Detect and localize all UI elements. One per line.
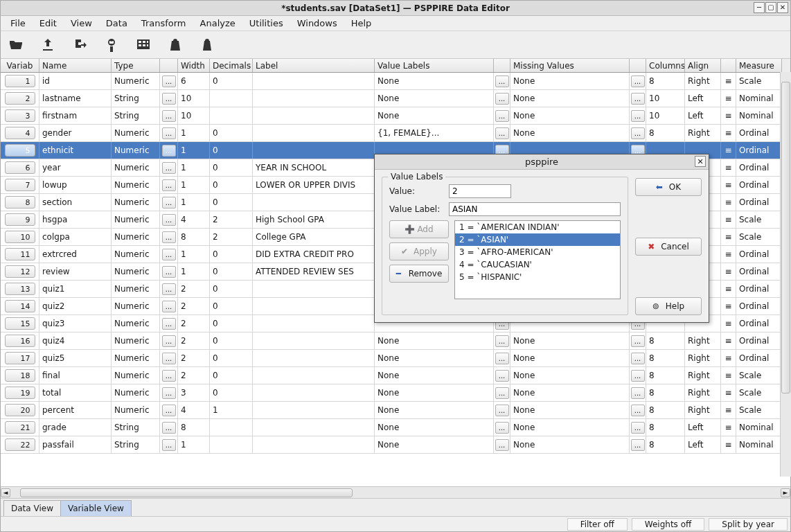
- fieldset-legend: Value Labels: [388, 172, 445, 181]
- align-dropdown-icon[interactable]: ≡: [721, 315, 736, 332]
- table-row[interactable]: 19totalNumeric...30None...None...8Right≡…: [1, 384, 790, 402]
- align-dropdown-icon[interactable]: ≡: [721, 402, 736, 418]
- status-weights: Weights off: [632, 518, 704, 531]
- menu-analyze[interactable]: Analyze: [195, 17, 241, 30]
- table-row[interactable]: 17quiz5Numeric...20None...None...8Right≡…: [1, 350, 790, 367]
- grid-icon[interactable]: [134, 35, 153, 55]
- goto-icon[interactable]: [70, 35, 89, 55]
- check-icon: ✔: [401, 247, 411, 256]
- list-item[interactable]: 5 = `HISPANIC': [455, 271, 620, 283]
- col-missing[interactable]: Missing Values: [510, 59, 630, 72]
- tab-variable-view[interactable]: Variable View: [60, 500, 132, 516]
- align-dropdown-icon[interactable]: ≡: [721, 107, 736, 124]
- menu-data[interactable]: Data: [100, 17, 133, 30]
- align-dropdown-icon[interactable]: ≡: [721, 332, 736, 349]
- align-dropdown-icon[interactable]: ≡: [721, 177, 736, 193]
- table-row[interactable]: 1idNumeric...60None...None...8Right≡Scal…: [1, 73, 790, 90]
- align-dropdown-icon[interactable]: ≡: [721, 229, 736, 245]
- split-icon[interactable]: [197, 35, 217, 55]
- dialog-title: psppire: [525, 157, 558, 167]
- table-row[interactable]: 2lastnameString...10None...None...10Left…: [1, 90, 790, 107]
- grid-header: Variab Name Type Width Decimals Label Va…: [1, 59, 790, 73]
- plus-icon: ➕: [405, 224, 414, 234]
- align-dropdown-icon[interactable]: ≡: [721, 367, 736, 384]
- ok-button[interactable]: ⬅OK: [635, 178, 702, 196]
- align-dropdown-icon[interactable]: ≡: [721, 142, 736, 159]
- cancel-button[interactable]: ✖Cancel: [635, 238, 702, 256]
- list-item[interactable]: 1 = `AMERICAN INDIAN': [455, 221, 620, 233]
- table-row[interactable]: 22passfailString...1None...None...8Left≡…: [1, 436, 790, 454]
- table-row[interactable]: 21gradeString...8None...None...8Left≡Nom…: [1, 419, 790, 436]
- close-icon[interactable]: ✕: [777, 2, 788, 13]
- align-dropdown-icon[interactable]: ≡: [721, 90, 736, 107]
- apply-button[interactable]: ✔Apply: [389, 242, 449, 260]
- table-row[interactable]: 18finalNumeric...20None...None...8Right≡…: [1, 367, 790, 384]
- col-width[interactable]: Width: [178, 59, 210, 72]
- open-icon[interactable]: [6, 35, 26, 55]
- list-item[interactable]: 2 = `ASIAN': [455, 233, 620, 246]
- col-label[interactable]: Label: [253, 59, 375, 72]
- menu-windows[interactable]: Windows: [292, 17, 343, 30]
- tab-data-view[interactable]: Data View: [3, 500, 61, 516]
- table-row[interactable]: 20percentNumeric...41None...None...8Righ…: [1, 402, 790, 419]
- col-columns[interactable]: Columns: [646, 59, 685, 72]
- align-dropdown-icon[interactable]: ≡: [721, 73, 736, 89]
- titlebar: *students.sav [DataSet1] — PSPPIRE Data …: [1, 1, 790, 16]
- statusbar: Filter off Weights off Split by year: [1, 516, 790, 531]
- col-align[interactable]: Align: [685, 59, 721, 72]
- align-dropdown-icon[interactable]: ≡: [721, 281, 736, 297]
- value-labels-fieldset: Value Labels Value: Value Label: ➕Add ✔A…: [382, 177, 628, 315]
- maximize-icon[interactable]: ▢: [765, 2, 776, 13]
- menu-view[interactable]: View: [65, 17, 98, 30]
- align-dropdown-icon[interactable]: ≡: [721, 419, 736, 436]
- menu-file[interactable]: File: [5, 17, 31, 30]
- clear-icon[interactable]: [102, 35, 121, 55]
- table-row[interactable]: 16quiz4Numeric...20None...None...8Right≡…: [1, 332, 790, 350]
- align-dropdown-icon[interactable]: ≡: [721, 125, 736, 141]
- align-dropdown-icon[interactable]: ≡: [721, 159, 736, 176]
- menu-transform[interactable]: Transform: [136, 17, 192, 30]
- table-row[interactable]: 3firstnamString...10None...None...10Left…: [1, 107, 790, 125]
- align-dropdown-icon[interactable]: ≡: [721, 384, 736, 401]
- value-label-input[interactable]: [449, 202, 621, 216]
- col-measure[interactable]: Measure: [736, 59, 782, 72]
- cancel-x-icon: ✖: [648, 242, 657, 251]
- col-name[interactable]: Name: [39, 59, 112, 72]
- value-labels-dialog: psppire ✕ Value Labels Value: Value Labe…: [374, 154, 709, 323]
- help-button[interactable]: ⊚Help: [635, 297, 702, 315]
- save-icon[interactable]: [38, 35, 57, 55]
- horizontal-scrollbar[interactable]: ◄ ►: [1, 486, 790, 498]
- remove-button[interactable]: ━Remove: [389, 265, 449, 283]
- align-dropdown-icon[interactable]: ≡: [721, 246, 736, 263]
- menu-help[interactable]: Help: [346, 17, 377, 30]
- align-dropdown-icon[interactable]: ≡: [721, 298, 736, 314]
- align-dropdown-icon[interactable]: ≡: [721, 436, 736, 453]
- align-dropdown-icon[interactable]: ≡: [721, 211, 736, 228]
- value-labels-list[interactable]: 1 = `AMERICAN INDIAN'2 = `ASIAN'3 = `AFR…: [454, 220, 621, 299]
- align-dropdown-icon[interactable]: ≡: [721, 350, 736, 366]
- vertical-scrollbar[interactable]: [780, 72, 791, 477]
- dialog-close-icon[interactable]: ✕: [695, 156, 706, 167]
- dialog-titlebar: psppire ✕: [375, 154, 709, 170]
- menu-edit[interactable]: Edit: [34, 17, 62, 30]
- menubar: FileEditViewDataTransformAnalyzeUtilitie…: [1, 16, 790, 31]
- align-dropdown-icon[interactable]: ≡: [721, 263, 736, 280]
- weight-icon[interactable]: [166, 35, 185, 55]
- minimize-icon[interactable]: ─: [754, 2, 765, 13]
- list-item[interactable]: 3 = `AFRO-AMERICAN': [455, 246, 620, 258]
- col-variable[interactable]: Variab: [1, 59, 39, 72]
- value-input[interactable]: [449, 184, 511, 198]
- add-button[interactable]: ➕Add: [389, 220, 449, 238]
- col-value-labels[interactable]: Value Labels: [375, 59, 494, 72]
- col-type[interactable]: Type: [112, 59, 160, 72]
- status-filter: Filter off: [567, 518, 628, 531]
- table-row[interactable]: 4genderNumeric...10{1, FEMALE}......None…: [1, 125, 790, 142]
- col-decimals[interactable]: Decimals: [210, 59, 253, 72]
- align-dropdown-icon[interactable]: ≡: [721, 194, 736, 211]
- list-item[interactable]: 4 = `CAUCASIAN': [455, 258, 620, 271]
- back-arrow-icon: ⬅: [656, 182, 666, 192]
- lifebuoy-icon: ⊚: [652, 301, 662, 311]
- menu-utilities[interactable]: Utilities: [244, 17, 289, 30]
- status-split: Split by year: [709, 518, 788, 531]
- toolbar: [1, 31, 790, 59]
